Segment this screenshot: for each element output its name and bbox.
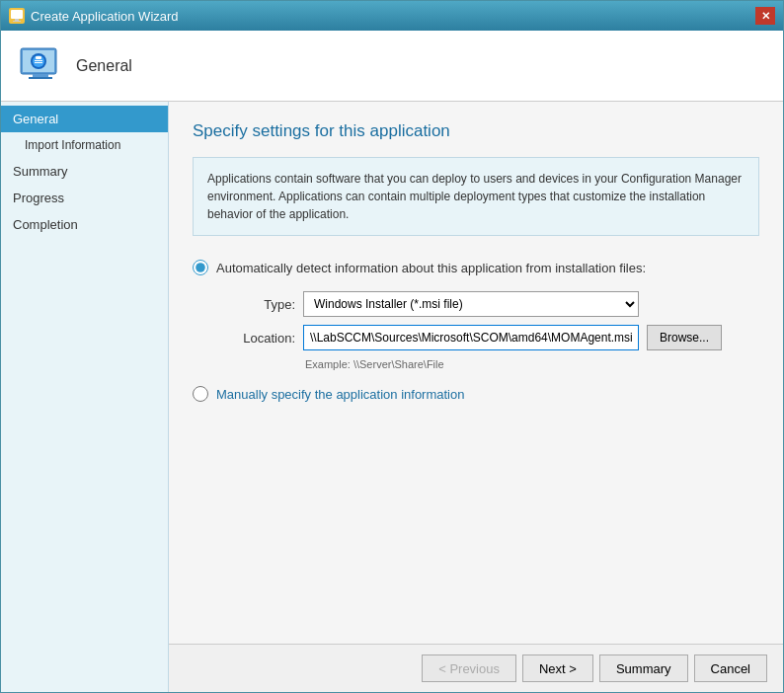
title-bar-left: Create Application Wizard bbox=[9, 8, 179, 24]
close-button[interactable]: ✕ bbox=[755, 7, 775, 25]
auto-detect-label: Automatically detect information about t… bbox=[216, 261, 646, 275]
manual-option: Manually specify the application informa… bbox=[193, 386, 759, 402]
content-area: General Import Information Summary Progr… bbox=[1, 102, 783, 692]
svg-rect-11 bbox=[35, 62, 42, 63]
previous-button[interactable]: < Previous bbox=[422, 654, 516, 682]
svg-rect-0 bbox=[11, 10, 23, 19]
auto-detect-radio[interactable] bbox=[193, 260, 208, 275]
location-row: Location: Browse... bbox=[216, 325, 759, 350]
svg-rect-2 bbox=[13, 21, 21, 22]
cancel-button[interactable]: Cancel bbox=[694, 654, 767, 682]
title-bar: Create Application Wizard ✕ bbox=[1, 1, 783, 31]
header-title: General bbox=[76, 57, 132, 75]
page-title: Specify settings for this application bbox=[193, 121, 759, 141]
header-area: General bbox=[1, 31, 783, 102]
sidebar: General Import Information Summary Progr… bbox=[1, 102, 169, 692]
main-panel: Specify settings for this application Ap… bbox=[169, 102, 783, 692]
footer: < Previous Next > Summary Cancel bbox=[169, 644, 783, 692]
manual-label: Manually specify the application informa… bbox=[216, 387, 464, 402]
manual-radio[interactable] bbox=[193, 386, 208, 402]
svg-rect-1 bbox=[15, 19, 19, 21]
options-section: Automatically detect information about t… bbox=[193, 260, 759, 402]
main-content: Specify settings for this application Ap… bbox=[169, 102, 783, 644]
example-text: Example: \\Server\Share\File bbox=[305, 358, 759, 370]
sidebar-item-general[interactable]: General bbox=[1, 106, 168, 132]
sidebar-item-summary[interactable]: Summary bbox=[1, 158, 168, 185]
window-title: Create Application Wizard bbox=[31, 9, 179, 24]
next-button[interactable]: Next > bbox=[522, 654, 593, 682]
sidebar-item-import-information[interactable]: Import Information bbox=[1, 132, 168, 158]
description-box: Applications contain software that you c… bbox=[193, 157, 759, 236]
svg-rect-6 bbox=[29, 77, 52, 79]
app-icon bbox=[9, 8, 25, 24]
browse-button[interactable]: Browse... bbox=[647, 325, 722, 350]
svg-rect-10 bbox=[35, 60, 42, 61]
form-fields: Type: Windows Installer (*.msi file) Win… bbox=[216, 291, 759, 370]
location-label: Location: bbox=[216, 331, 295, 346]
sidebar-item-progress[interactable]: Progress bbox=[1, 185, 168, 211]
svg-rect-9 bbox=[36, 56, 41, 59]
header-computer-icon bbox=[17, 42, 64, 90]
application-wizard-window: Create Application Wizard ✕ General Gene… bbox=[0, 0, 784, 693]
auto-detect-option: Automatically detect information about t… bbox=[193, 260, 759, 275]
sidebar-item-completion[interactable]: Completion bbox=[1, 211, 168, 238]
type-row: Type: Windows Installer (*.msi file) Win… bbox=[216, 291, 759, 317]
summary-button[interactable]: Summary bbox=[599, 654, 688, 682]
type-label: Type: bbox=[216, 297, 295, 312]
svg-rect-5 bbox=[33, 74, 48, 77]
type-select[interactable]: Windows Installer (*.msi file) Windows a… bbox=[303, 291, 639, 317]
location-input[interactable] bbox=[303, 325, 639, 350]
